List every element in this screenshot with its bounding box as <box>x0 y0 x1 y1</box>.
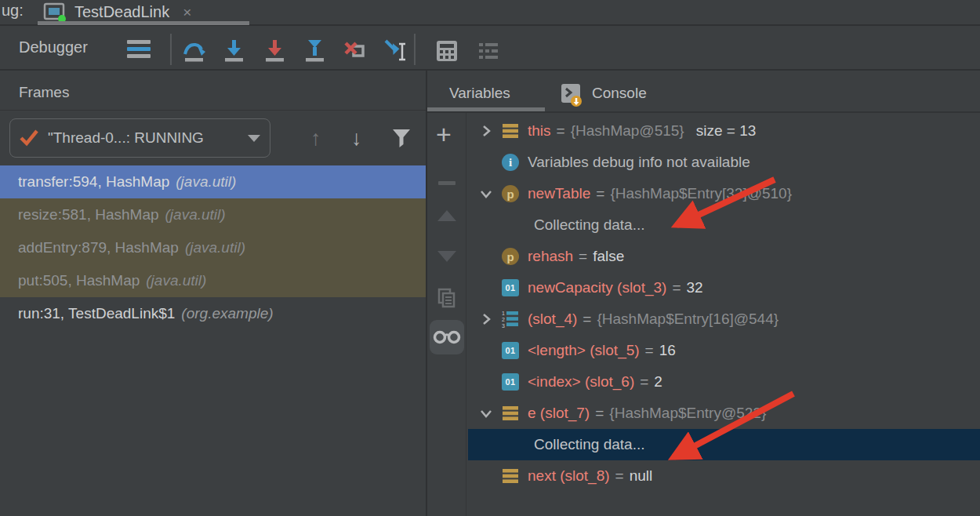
variables-tree: this={HashMap@515}size = 13 i Variables … <box>468 115 980 492</box>
chevron-down-icon[interactable] <box>248 135 260 142</box>
chevron-right-icon[interactable] <box>478 125 494 137</box>
toolbar-border <box>0 69 980 71</box>
tabs-border <box>427 111 980 113</box>
run-tab-title[interactable]: TestDeadLink <box>74 3 169 21</box>
primitive-value-icon: 01 <box>501 373 520 391</box>
primitive-value-icon: 01 <box>501 342 520 359</box>
run-to-cursor-button[interactable] <box>383 38 408 64</box>
debugger-tab-label[interactable]: Debugger <box>19 26 88 69</box>
tab-variables[interactable]: Variables <box>449 74 510 112</box>
force-step-into-button[interactable] <box>263 38 288 64</box>
svg-text:2: 2 <box>502 317 505 322</box>
variables-side-toolbar <box>427 112 466 516</box>
thread-check-icon <box>18 129 40 147</box>
variable-row-slot4[interactable]: 123 (slot_4)={HashMap$Entry[16]@544} <box>468 303 980 335</box>
debugger-menu-icon[interactable] <box>127 40 151 62</box>
active-tab-underline <box>38 21 249 25</box>
collecting-data-row-selected[interactable]: Collecting data... <box>468 429 980 460</box>
array-icon: 123 <box>501 310 520 329</box>
primitive-value-icon: 01 <box>501 279 520 296</box>
duplicate-watch-icon[interactable] <box>436 287 458 309</box>
console-tab-icon[interactable] <box>559 82 584 107</box>
evaluate-expression-button[interactable] <box>434 38 459 64</box>
run-console-icon <box>42 2 67 23</box>
window-crumb: ug: <box>2 2 24 20</box>
move-watch-down-button[interactable] <box>437 251 456 262</box>
frame-row[interactable]: addEntry:879, HashMap(java.util) <box>0 231 426 264</box>
chevron-down-icon[interactable] <box>478 187 494 200</box>
toolbar-divider <box>414 34 416 65</box>
frame-row[interactable]: run:31, TestDeadLink$1(org.example) <box>0 297 426 330</box>
step-over-button[interactable] <box>182 38 207 64</box>
debugger-window: ug: TestDeadLink × Debugger <box>0 0 980 516</box>
thread-selector[interactable]: "Thread-0...: RUNNING <box>9 118 270 158</box>
chevron-right-icon[interactable] <box>478 313 494 325</box>
variable-row-newcapacity[interactable]: 01 newCapacity (slot_3)=32 <box>468 272 980 303</box>
variable-row-next[interactable]: next (slot_8)=null <box>468 460 980 492</box>
variable-row-e-slot7[interactable]: e (slot_7)={HashMap$Entry@522} <box>468 398 980 429</box>
svg-text:3: 3 <box>502 323 505 329</box>
trace-stream-button[interactable] <box>476 38 501 64</box>
remove-watch-button[interactable] <box>438 181 456 185</box>
variable-row-index[interactable]: 01 <index> (slot_6)=2 <box>468 366 980 398</box>
object-value-icon <box>501 123 520 139</box>
frame-up-button[interactable]: ↑ <box>310 118 321 158</box>
frame-row[interactable]: put:505, HashMap(java.util) <box>0 264 426 297</box>
variable-row-rehash[interactable]: p rehash=false <box>468 241 980 272</box>
tab-console[interactable]: Console <box>592 74 647 112</box>
variable-row-length[interactable]: 01 <length> (slot_5)=16 <box>468 335 980 366</box>
move-watch-up-button[interactable] <box>437 210 456 221</box>
thread-selector-label[interactable]: "Thread-0...: RUNNING <box>48 129 240 147</box>
parameter-icon: p <box>501 248 520 265</box>
frames-divider <box>0 110 426 111</box>
object-value-icon <box>501 405 520 421</box>
parameter-icon: p <box>501 185 520 202</box>
variable-row-newtable[interactable]: p newTable={HashMap$Entry[32]@510} <box>468 178 980 209</box>
frame-row[interactable]: transfer:594, HashMap(java.util) <box>0 165 426 198</box>
debug-info-message-row: i Variables debug info not available <box>468 147 980 178</box>
filter-frames-icon[interactable] <box>390 127 412 149</box>
drop-frame-button[interactable] <box>343 38 368 64</box>
chevron-down-icon[interactable] <box>478 407 494 420</box>
frames-panel-title: Frames <box>19 75 69 110</box>
frames-list: transfer:594, HashMap(java.util) resize:… <box>0 165 426 330</box>
toolbar-divider <box>170 34 172 65</box>
step-into-button[interactable] <box>222 38 247 64</box>
object-value-icon <box>501 468 520 484</box>
svg-text:1: 1 <box>502 311 505 316</box>
add-watch-button[interactable]: + <box>436 119 452 150</box>
glasses-icon <box>433 329 461 346</box>
collecting-data-row: Collecting data... <box>468 209 980 241</box>
step-out-button[interactable] <box>303 38 328 64</box>
close-tab-icon[interactable]: × <box>183 4 191 21</box>
frame-down-button[interactable]: ↓ <box>351 118 362 158</box>
frame-row[interactable]: resize:581, HashMap(java.util) <box>0 198 426 231</box>
info-icon: i <box>501 154 520 171</box>
variable-row-this[interactable]: this={HashMap@515}size = 13 <box>468 115 980 147</box>
